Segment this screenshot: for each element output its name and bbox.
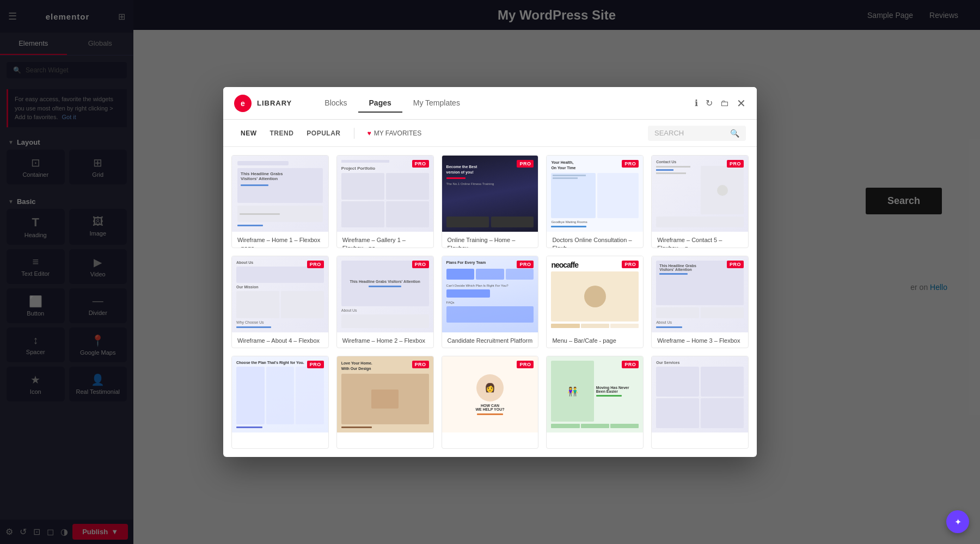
template-name: Wireframe – Home 3 – Flexbox - page [652,332,748,349]
pro-badge: PRO [517,160,534,168]
ai-icon: ✦ [954,517,961,527]
modal-header-actions: ℹ ↻ 🗀 ✕ [695,97,746,110]
template-name [442,432,538,449]
template-name: Wireframe – Contact 5 – Flexbox – p... [652,232,748,248]
template-thumb: This Headline GrabsVisitors' Attention [232,156,328,232]
library-modal: e LIBRARY Blocks Pages My Templates ℹ ↻ … [223,87,757,457]
template-card[interactable]: Plans For Every Team Can't Decide Which … [442,256,539,349]
pro-badge: PRO [622,361,639,368]
pro-badge: PRO [412,361,429,368]
favorites-button[interactable]: ♥ MY FAVORITES [361,126,428,140]
template-name: Online Training – Home – Flexbox – ... [442,232,538,248]
template-thumb: neocaffe PRO [547,256,643,332]
filter-trend[interactable]: TREND [264,126,301,140]
template-card[interactable]: Our Services [651,356,749,449]
template-name [547,432,643,449]
modal-header: e LIBRARY Blocks Pages My Templates ℹ ↻ … [223,87,757,120]
folder-icon[interactable]: 🗀 [720,98,729,108]
ai-badge[interactable]: ✦ [946,510,969,533]
elementor-logo-icon: e [234,95,252,112]
template-name: Wireframe – Gallery 1 – Flexbox - pa... [337,232,433,248]
pro-badge: PRO [412,261,429,268]
template-card[interactable]: Become the Bestversion of you! The No.1 … [442,155,539,248]
info-icon[interactable]: ℹ [695,98,698,108]
pro-badge: PRO [727,261,744,268]
template-card[interactable]: Choose the Plan That's Right for You. PR… [231,356,329,449]
template-name: Menu – Bar/Cafe - page [547,332,643,349]
template-thumb: Plans For Every Team Can't Decide Which … [442,256,538,332]
library-label: LIBRARY [257,99,292,107]
modal-overlay: e LIBRARY Blocks Pages My Templates ℹ ↻ … [0,0,980,544]
template-thumb: Love Your Home.With Our Design PRO [337,356,433,432]
tab-my-templates[interactable]: My Templates [402,94,471,113]
template-thumb: This Headline GrabsVisitors' Attention A… [652,256,748,332]
template-card[interactable]: This Headline GrabsVisitors' Attention W… [231,155,329,248]
pro-badge: PRO [727,160,744,168]
template-card[interactable]: Love Your Home.With Our Design PRO [336,356,434,449]
pro-badge: PRO [622,160,639,168]
template-thumb: 👫 Moving Has Never Been Easier [547,356,643,432]
filter-divider [354,128,354,139]
heart-icon: ♥ [367,129,371,137]
template-thumb: Your Health,On Your Time Goodbye Waiting… [547,156,643,232]
search-input[interactable] [654,129,726,137]
tab-blocks[interactable]: Blocks [314,94,358,113]
tab-pages[interactable]: Pages [358,94,402,113]
pro-badge: PRO [307,261,324,268]
template-card[interactable]: 👩 HOW CANWE HELP YOU? PRO [442,356,539,449]
template-card[interactable]: neocaffe PRO Menu – Bar/Cafe - page [546,256,644,349]
template-thumb: Project Portfolio PRO [337,156,433,232]
template-thumb: 👩 HOW CANWE HELP YOU? PRO [442,356,538,432]
template-name: Candidate Recruitment Platform – p... [442,332,538,349]
filter-popular[interactable]: POPULAR [300,126,347,140]
templates-grid: This Headline GrabsVisitors' Attention W… [223,147,757,457]
template-card[interactable]: Your Health,On Your Time Goodbye Waiting… [546,155,644,248]
refresh-icon[interactable]: ↻ [706,98,713,108]
template-card[interactable]: This Headline GrabsVisitors' Attention A… [651,256,749,349]
template-name: Wireframe – Home 2 – Flexbox - page [337,332,433,349]
template-name: Wireframe – About 4 – Flexbox - page [232,332,328,349]
pro-badge: PRO [622,261,639,268]
template-name [232,432,328,449]
template-name [337,432,433,449]
template-name: Doctors Online Consultation – Flexb... [547,232,643,248]
pro-badge: PRO [412,160,429,168]
template-card[interactable]: Contact Us P [651,155,749,248]
filter-bar: NEW TREND POPULAR ♥ MY FAVORITES 🔍 [223,120,757,147]
filter-new[interactable]: NEW [234,126,264,140]
template-thumb: Choose the Plan That's Right for You. PR… [232,356,328,432]
template-card[interactable]: Project Portfolio PRO Wireframe – Galler… [336,155,434,248]
template-card[interactable]: 👫 Moving Has Never Been Easier [546,356,644,449]
template-thumb: This Headline Grabs Visitors' Attention … [337,256,433,332]
template-name: Wireframe – Home 1 – Flexbox - page [232,232,328,248]
template-card[interactable]: About Us Our Mission Why Choose Us PRO W… [231,256,329,349]
template-name [652,432,748,449]
modal-tabs: Blocks Pages My Templates [314,94,471,113]
modal-close-button[interactable]: ✕ [737,97,746,110]
search-box[interactable]: 🔍 [648,126,746,141]
template-thumb: Become the Bestversion of you! The No.1 … [442,156,538,232]
pro-badge: PRO [517,261,534,268]
pro-badge: PRO [307,361,324,368]
template-thumb: Contact Us P [652,156,748,232]
search-magnifier-icon: 🔍 [730,129,739,138]
pro-badge: PRO [517,361,534,368]
template-thumb: About Us Our Mission Why Choose Us PRO [232,256,328,332]
template-thumb: Our Services [652,356,748,432]
template-card[interactable]: This Headline Grabs Visitors' Attention … [336,256,434,349]
